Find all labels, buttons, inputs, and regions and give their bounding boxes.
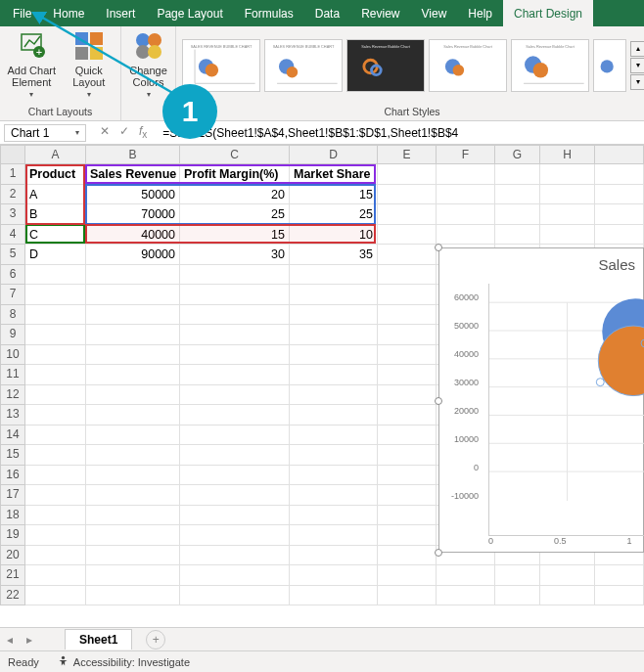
cell[interactable]: 70000 [86,204,180,225]
cell[interactable] [595,185,644,205]
cell[interactable] [290,565,378,586]
cell[interactable] [180,285,290,305]
tab-home[interactable]: Home [42,0,95,26]
tab-insert[interactable]: Insert [95,0,146,26]
cell[interactable] [378,265,437,286]
cell[interactable]: 40000 [86,225,180,246]
chart-style-thumb-2[interactable]: SALES REVENUE BUBBLE CHART [264,39,343,92]
cell[interactable] [290,405,378,426]
cell[interactable] [378,565,437,586]
cell[interactable] [25,506,86,526]
cell[interactable] [437,586,495,606]
name-box[interactable]: Chart 1 ▾ [4,124,86,142]
cell[interactable] [86,265,180,286]
cell[interactable] [378,385,437,406]
style-scroll-down[interactable]: ▾ [630,58,644,73]
cell[interactable] [540,185,595,205]
cell[interactable] [437,225,495,246]
cell[interactable] [495,586,540,606]
col-header-d[interactable]: D [290,145,378,164]
row-header[interactable]: 8 [0,305,25,326]
cell[interactable]: 15 [290,185,378,205]
cell[interactable] [378,285,437,305]
row-header[interactable]: 19 [0,525,25,546]
accessibility-status[interactable]: Accessibility: Investigate [57,655,190,668]
row-header[interactable]: 7 [0,285,25,305]
cell[interactable] [290,385,378,406]
cell[interactable] [540,225,595,246]
row-header[interactable]: 18 [0,506,25,526]
cell[interactable] [86,285,180,305]
cell[interactable] [180,345,290,366]
cell[interactable] [378,164,437,185]
cell[interactable] [180,385,290,406]
col-header-f[interactable]: F [437,145,495,164]
cell[interactable] [378,185,437,205]
cell[interactable] [378,225,437,246]
cell[interactable]: 20 [180,185,290,205]
cell[interactable] [290,525,378,546]
row-header[interactable]: 16 [0,466,25,486]
cell[interactable] [25,325,86,345]
cell[interactable] [290,285,378,305]
row-header[interactable]: 3 [0,204,25,225]
change-colors-button[interactable]: Change Colors ▾ [127,30,169,100]
row-header[interactable]: 17 [0,485,25,506]
cell[interactable]: C [25,225,86,246]
cell[interactable] [437,164,495,185]
cell[interactable] [25,285,86,305]
cell[interactable] [378,546,437,566]
cell[interactable] [290,546,378,566]
cell[interactable] [25,445,86,466]
cell[interactable] [25,485,86,506]
chevron-down-icon[interactable]: ▾ [75,128,79,137]
cell[interactable] [86,506,180,526]
cell[interactable] [437,185,495,205]
cell[interactable] [540,204,595,225]
cell[interactable] [378,485,437,506]
row-header[interactable]: 2 [0,185,25,205]
formula-input[interactable]: =SERIES(Sheet1!$A$4,Sheet1!$B$1:$D$1,She… [157,125,644,141]
cell[interactable] [180,565,290,586]
cell[interactable] [180,525,290,546]
style-scroll-up[interactable]: ▴ [630,41,644,57]
col-header-c[interactable]: C [180,145,290,164]
row-header[interactable]: 6 [0,265,25,286]
cell[interactable] [25,405,86,426]
cell[interactable] [180,466,290,486]
cell[interactable] [378,245,437,265]
cell[interactable] [290,345,378,366]
row-header[interactable]: 12 [0,385,25,406]
cell[interactable] [378,586,437,606]
tab-formulas[interactable]: Formulas [234,0,304,26]
cell[interactable]: 30 [180,245,290,265]
cell[interactable]: B [25,204,86,225]
row-header[interactable]: 15 [0,445,25,466]
row-header[interactable]: 21 [0,565,25,586]
cell[interactable]: 10 [290,225,378,246]
row-header[interactable]: 1 [0,164,25,185]
cell[interactable] [378,445,437,466]
cell[interactable] [180,485,290,506]
cell[interactable] [86,385,180,406]
row-header[interactable]: 10 [0,345,25,366]
cell[interactable] [25,365,86,385]
cell[interactable] [495,164,540,185]
tab-page-layout[interactable]: Page Layout [146,0,233,26]
cell[interactable] [290,325,378,345]
tab-chart-design[interactable]: Chart Design [503,0,593,26]
cell[interactable] [25,385,86,406]
cell[interactable] [290,305,378,326]
cell[interactable] [86,525,180,546]
cell[interactable] [290,445,378,466]
sheet-nav-prev[interactable]: ◂ [0,633,20,647]
accept-formula-icon[interactable]: ✓ [119,124,129,140]
cell[interactable] [86,466,180,486]
chart-style-thumb-5[interactable]: Sales Revenue Bubble Chart [511,39,589,92]
cell[interactable] [290,466,378,486]
add-chart-element-button[interactable]: + Add Chart Element ▾ [6,30,58,100]
cell[interactable] [25,525,86,546]
cell[interactable] [180,506,290,526]
chart-handle[interactable] [435,549,442,557]
cell[interactable] [25,586,86,606]
